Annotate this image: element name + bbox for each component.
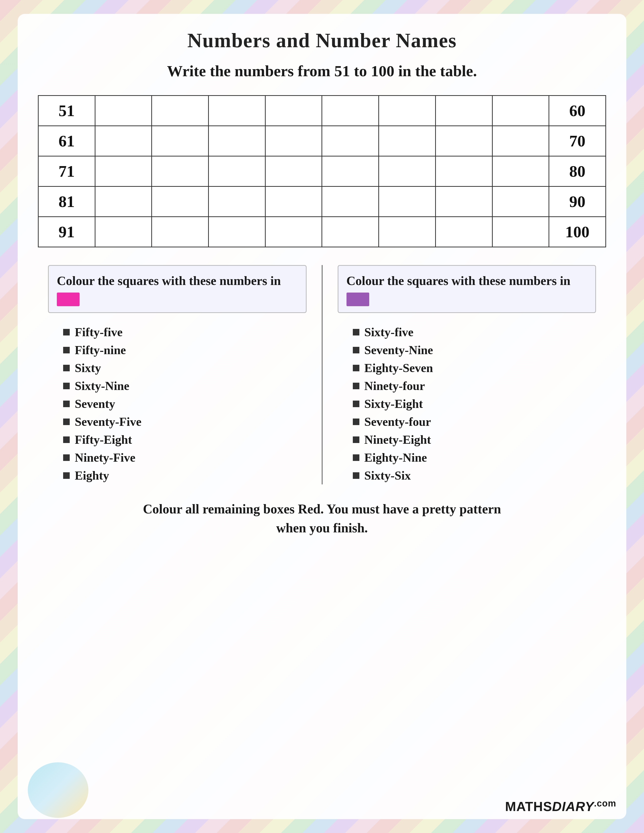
table-cell[interactable] (95, 126, 152, 156)
table-cell[interactable] (265, 96, 322, 126)
table-cell[interactable] (209, 217, 266, 247)
bullet-icon (63, 365, 70, 371)
bullet-icon (353, 347, 359, 354)
list-item-label: Eighty-Seven (364, 361, 433, 375)
table-cell[interactable]: 91 (39, 217, 95, 247)
table-cell[interactable] (95, 96, 152, 126)
branding-maths: MATHS (505, 799, 552, 814)
bullet-icon (353, 365, 359, 371)
table-cell[interactable]: 90 (549, 187, 606, 217)
list-item: Eighty-Nine (338, 449, 596, 466)
left-number-list: Fifty-fiveFifty-nineSixtySixty-NineSeven… (48, 323, 307, 484)
table-cell[interactable] (379, 96, 436, 126)
table-cell[interactable]: 71 (39, 156, 95, 187)
list-item-label: Fifty-Eight (75, 433, 132, 447)
table-cell[interactable] (209, 156, 266, 187)
table-cell[interactable]: 51 (39, 96, 95, 126)
bullet-icon (353, 383, 359, 389)
table-cell[interactable] (435, 156, 492, 187)
list-item-label: Sixty-Eight (364, 397, 423, 411)
number-table: 516061707180819091100 (38, 95, 606, 248)
bullet-icon (63, 454, 70, 461)
table-cell[interactable] (265, 156, 322, 187)
table-cell[interactable] (265, 126, 322, 156)
table-cell[interactable]: 100 (549, 217, 606, 247)
table-cell[interactable] (322, 156, 379, 187)
characters-illustration (28, 762, 89, 818)
table-cell[interactable] (95, 217, 152, 247)
table-cell[interactable] (322, 96, 379, 126)
table-cell[interactable] (435, 126, 492, 156)
list-item: Sixty-five (338, 323, 596, 341)
list-item-label: Ninety-four (364, 379, 425, 393)
table-cell[interactable] (322, 217, 379, 247)
table-cell[interactable] (492, 96, 549, 126)
table-cell[interactable] (492, 126, 549, 156)
colour-swatch-purple (346, 293, 369, 306)
table-cell[interactable] (492, 156, 549, 187)
table-cell[interactable] (209, 126, 266, 156)
table-cell[interactable]: 61 (39, 126, 95, 156)
colour-column-right: Colour the squares with these numbers in… (322, 265, 606, 484)
colour-swatch-pink (57, 293, 80, 306)
colour-section: Colour the squares with these numbers in… (38, 265, 606, 484)
table-cell[interactable] (435, 187, 492, 217)
table-cell[interactable] (435, 217, 492, 247)
list-item: Eighty (48, 466, 307, 484)
table-cell[interactable] (152, 156, 209, 187)
list-item-label: Seventy (75, 397, 115, 411)
list-item-label: Sixty-Nine (75, 379, 129, 393)
list-item: Sixty-Nine (48, 377, 307, 395)
list-item-label: Fifty-five (75, 325, 122, 339)
bullet-icon (353, 472, 359, 479)
list-item-label: Ninety-Five (75, 450, 135, 465)
bullet-icon (63, 329, 70, 336)
list-item-label: Sixty (75, 361, 101, 375)
list-item: Fifty-nine (48, 341, 307, 359)
table-cell[interactable] (265, 187, 322, 217)
colour-box-right: Colour the squares with these numbers in (338, 265, 596, 313)
table-cell[interactable] (379, 187, 436, 217)
bullet-icon (353, 329, 359, 336)
table-cell[interactable] (152, 217, 209, 247)
table-cell[interactable] (322, 126, 379, 156)
table-cell[interactable] (95, 156, 152, 187)
list-item: Ninety-four (338, 377, 596, 395)
list-item: Seventy-four (338, 413, 596, 431)
table-cell[interactable] (209, 96, 266, 126)
colour-left-instruction: Colour the squares with these numbers in (57, 272, 281, 289)
list-item: Seventy-Nine (338, 341, 596, 359)
table-cell[interactable] (152, 126, 209, 156)
bullet-icon (63, 347, 70, 354)
colour-right-instruction: Colour the squares with these numbers in (346, 272, 570, 289)
table-cell[interactable] (209, 187, 266, 217)
list-item: Sixty-Six (338, 466, 596, 484)
bullet-icon (353, 454, 359, 461)
branding: MATHSDIARY.com (505, 798, 616, 814)
colour-box-left: Colour the squares with these numbers in (48, 265, 307, 313)
table-cell[interactable]: 81 (39, 187, 95, 217)
branding-com: .com (594, 798, 616, 809)
list-item-label: Fifty-nine (75, 343, 126, 357)
table-cell[interactable] (322, 187, 379, 217)
list-item: Ninety-Five (48, 449, 307, 466)
bullet-icon (63, 383, 70, 389)
list-item: Fifty-Eight (48, 431, 307, 449)
table-cell[interactable] (152, 187, 209, 217)
table-cell[interactable]: 80 (549, 156, 606, 187)
table-cell[interactable] (265, 217, 322, 247)
table-cell[interactable] (492, 217, 549, 247)
table-cell[interactable]: 70 (549, 126, 606, 156)
table-cell[interactable] (152, 96, 209, 126)
table-cell[interactable] (435, 96, 492, 126)
bullet-icon (353, 400, 359, 407)
list-item: Sixty-Eight (338, 395, 596, 413)
table-cell[interactable] (95, 187, 152, 217)
table-cell[interactable] (379, 126, 436, 156)
list-item-label: Ninety-Eight (364, 433, 431, 447)
bullet-icon (63, 436, 70, 443)
table-cell[interactable] (492, 187, 549, 217)
table-cell[interactable] (379, 217, 436, 247)
table-cell[interactable] (379, 156, 436, 187)
table-cell[interactable]: 60 (549, 96, 606, 126)
